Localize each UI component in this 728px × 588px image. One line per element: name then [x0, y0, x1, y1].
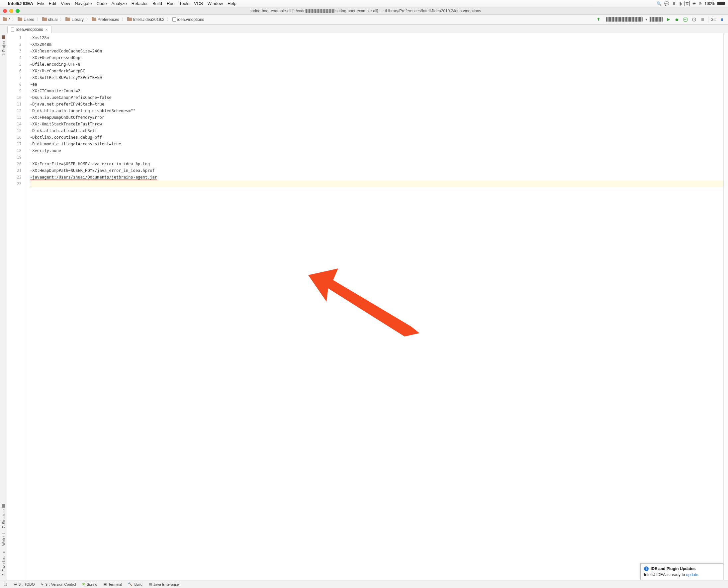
line-number: 18 [7, 147, 22, 154]
close-tab-icon[interactable]: ✕ [45, 28, 48, 31]
profile-button[interactable] [691, 16, 697, 23]
tool-version-control[interactable]: ↳9: Version Control [41, 582, 76, 586]
window-controls [0, 9, 23, 13]
breadcrumb[interactable]: Users〉 [18, 17, 41, 22]
close-window-button[interactable] [3, 9, 7, 13]
update-notification[interactable]: i IDE and Plugin Updates IntelliJ IDEA i… [640, 564, 723, 580]
zoom-window-button[interactable] [16, 9, 20, 13]
line-number: 9 [7, 88, 22, 94]
tool-terminal[interactable]: ▣Terminal [103, 582, 122, 586]
run-config-extra[interactable] [650, 17, 663, 22]
menu-window[interactable]: Window [207, 1, 223, 6]
line-number: 17 [7, 141, 22, 147]
menu-file[interactable]: File [37, 1, 44, 6]
code-line[interactable]: -Djdk.http.auth.tunneling.disabledScheme… [30, 107, 723, 114]
tool-structure[interactable]: 7: Structure [2, 504, 6, 528]
tray-icon[interactable]: 💬 [664, 1, 669, 6]
menu-run[interactable]: Run [167, 1, 175, 6]
code-line[interactable]: -Xmx2048m [30, 41, 723, 48]
code-line[interactable]: -XX:SoftRefLRUPolicyMSPerMB=50 [30, 74, 723, 81]
menu-tools[interactable]: Tools [179, 1, 189, 6]
minimize-window-button[interactable] [9, 9, 13, 13]
line-number: 7 [7, 74, 22, 81]
code-line[interactable]: -Xverify:none [30, 147, 723, 154]
app-name[interactable]: IntelliJ IDEA [8, 1, 33, 6]
code-line[interactable]: -Xms128m [30, 35, 723, 41]
file-icon [11, 27, 14, 31]
code-line[interactable]: -javaagent:/Users/shuai/Documents/jetbra… [30, 174, 723, 181]
tool-project[interactable]: 1: Project [2, 35, 6, 56]
coverage-button[interactable] [682, 16, 689, 23]
breadcrumb[interactable]: shuai〉 [42, 17, 65, 22]
breadcrumb[interactable]: Library〉 [65, 17, 91, 22]
tool-window-button[interactable]: ▢ [3, 582, 8, 586]
code-line[interactable]: -Djava.net.preferIPv4Stack=true [30, 101, 723, 107]
code-line[interactable]: -Dsun.io.useCanonPrefixCache=false [30, 94, 723, 101]
menu-view[interactable]: View [61, 1, 70, 6]
build-button[interactable] [595, 16, 602, 23]
line-number: 8 [7, 81, 22, 88]
menu-vcs[interactable]: VCS [194, 1, 203, 6]
line-number: 13 [7, 114, 22, 121]
run-config-selector[interactable] [606, 17, 643, 22]
line-number: 6 [7, 68, 22, 74]
code-line[interactable]: -XX:+UseCompressedOops [30, 55, 723, 61]
menu-analyze[interactable]: Analyze [112, 1, 127, 6]
code-line[interactable]: -XX:ReservedCodeCacheSize=240m [30, 48, 723, 55]
tool-spring[interactable]: ❀Spring [82, 582, 97, 586]
code-line[interactable]: -XX:+UseConcMarkSweepGC [30, 68, 723, 74]
tray-icon[interactable]: 🔍 [656, 1, 662, 6]
dropdown-icon[interactable]: ▼ [645, 18, 648, 21]
code-line[interactable]: -XX:HeapDumpPath=$USER_HOME/java_error_i… [30, 167, 723, 174]
editor[interactable]: 1234567891011121314151617181920212223 -X… [7, 33, 723, 580]
battery-percent: 100% [704, 1, 715, 6]
menu-build[interactable]: Build [153, 1, 162, 6]
line-number: 12 [7, 107, 22, 114]
tab-idea-vmoptions[interactable]: idea.vmoptions ✕ [7, 25, 52, 33]
code-line[interactable]: -XX:-OmitStackTraceInFastThrow [30, 121, 723, 127]
menu-refactor[interactable]: Refactor [132, 1, 148, 6]
code-line[interactable]: -XX:+HeapDumpOnOutOfMemoryError [30, 114, 723, 121]
input-source-icon[interactable]: 英 [685, 1, 690, 6]
code-area[interactable]: -Xms128m-Xmx2048m-XX:ReservedCodeCacheSi… [25, 33, 723, 580]
debug-button[interactable] [673, 16, 680, 23]
code-line[interactable]: -ea [30, 81, 723, 88]
stop-button[interactable] [700, 16, 706, 23]
line-number: 23 [7, 181, 22, 187]
tool-java-enterprise[interactable]: ▤Java Enterprise [148, 582, 179, 586]
run-button[interactable] [665, 16, 671, 23]
git-update-button[interactable] [719, 16, 725, 23]
tray-icon[interactable]: ⊕ [699, 1, 702, 6]
tray-icon[interactable]: ◎ [679, 1, 682, 6]
menu-help[interactable]: Help [227, 1, 237, 6]
menu-edit[interactable]: Edit [49, 1, 56, 6]
breadcrumb[interactable]: idea.vmoptions [173, 17, 204, 22]
breadcrumb[interactable]: IntelliJIdea2019.2〉 [127, 17, 172, 22]
line-number: 11 [7, 101, 22, 107]
line-number: 16 [7, 134, 22, 141]
tab-label: idea.vmoptions [16, 27, 43, 32]
line-number: 14 [7, 121, 22, 127]
tray-icon[interactable]: ✳︎ [692, 1, 696, 6]
breadcrumb[interactable]: Preferences〉 [92, 17, 126, 22]
tool-build[interactable]: 🔨Build [128, 582, 142, 586]
tool-favorites[interactable]: 2: Favorites★ [1, 550, 6, 575]
bottom-toolbar: ▢ ≣6: TODO ↳9: Version Control ❀Spring ▣… [0, 580, 728, 588]
mac-menubar: IntelliJ IDEA File Edit View Navigate Co… [0, 0, 728, 7]
update-link[interactable]: update [686, 572, 699, 577]
code-line[interactable]: -Djdk.module.illegalAccess.silent=true [30, 141, 723, 147]
code-line[interactable]: -Djdk.attach.allowAttachSelf [30, 127, 723, 134]
tool-todo[interactable]: ≣6: TODO [14, 582, 35, 586]
code-line[interactable]: -XX:CICompilerCount=2 [30, 88, 723, 94]
code-line[interactable]: -XX:ErrorFile=$USER_HOME/java_error_in_i… [30, 161, 723, 167]
menu-navigate[interactable]: Navigate [75, 1, 92, 6]
svg-rect-6 [702, 18, 704, 21]
tray-icon[interactable]: 🖥 [672, 1, 676, 6]
menu-code[interactable]: Code [96, 1, 107, 6]
breadcrumb[interactable]: /〉 [3, 17, 17, 22]
code-line[interactable]: -Dkotlinx.coroutines.debug=off [30, 134, 723, 141]
code-line[interactable]: -Dfile.encoding=UTF-8 [30, 61, 723, 68]
code-line[interactable] [30, 154, 723, 161]
code-line[interactable] [30, 181, 723, 187]
tool-web[interactable]: Web [2, 533, 6, 546]
